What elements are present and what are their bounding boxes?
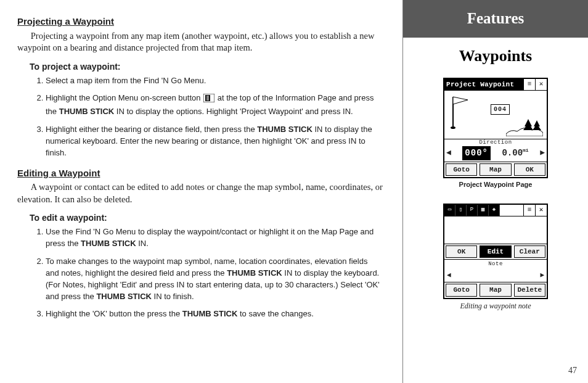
- tab-icon: ▭: [444, 205, 455, 216]
- step-text: THUMB STICK: [227, 268, 282, 278]
- ok-button: OK: [446, 245, 477, 258]
- edit-waypoint-screenshot: ▭ ▯ P ▦ ◈ ≡ ✕ OK Edit Clear Note ◀ ▶: [443, 204, 548, 299]
- step-text: THUMB STICK: [96, 292, 152, 301]
- list-item: Use the Find 'N Go Menu to display the w…: [46, 226, 383, 250]
- step-text: Highlight either the bearing or distance…: [46, 125, 257, 134]
- distance-value: 0.00mi: [502, 147, 528, 160]
- howto-heading: To project a waypoint:: [30, 60, 388, 73]
- step-text: IN to finish.: [152, 292, 194, 301]
- options-menu-icon: ≡: [523, 205, 535, 216]
- list-item: Highlight the 'OK' button the press the …: [46, 308, 383, 320]
- steps-list: Select a map item from the Find 'N Go Me…: [32, 75, 383, 159]
- sidebar-title: Waypoints: [412, 44, 579, 68]
- options-menu-icon: ≡: [523, 79, 535, 90]
- tab-icon: P: [467, 205, 478, 216]
- close-icon: ✕: [535, 79, 547, 90]
- edit-button: Edit: [480, 245, 511, 258]
- svg-point-7: [451, 126, 455, 129]
- ok-button: OK: [514, 163, 545, 176]
- waypoint-number: 004: [491, 104, 510, 115]
- map-button: Map: [480, 284, 511, 297]
- close-icon: ✕: [535, 205, 547, 216]
- list-item: Select a map item from the Find 'N Go Me…: [46, 75, 383, 87]
- trees-icon: [506, 115, 543, 136]
- bearing-value: 000°: [462, 146, 491, 160]
- step-text: to save the changes.: [237, 309, 314, 318]
- tab-icon: ▦: [478, 205, 489, 216]
- direction-label: Direction: [444, 139, 547, 146]
- flag-icon: [449, 94, 474, 131]
- map-button: Map: [480, 163, 511, 176]
- project-waypoint-screenshot: Project Waypoint ≡ ✕ 004 Direction: [443, 78, 548, 179]
- arrow-right-icon: ▶: [540, 147, 545, 159]
- main-content: Projecting a Waypoint Projecting a waypo…: [0, 0, 403, 383]
- note-label: Note: [444, 260, 547, 270]
- tab-icon: ◈: [489, 205, 500, 216]
- step-text: THUMB STICK: [81, 239, 136, 248]
- sidebar: Features Waypoints Project Waypoint ≡ ✕ …: [403, 0, 588, 383]
- step-text: THUMB STICK: [257, 125, 312, 134]
- steps-list: Use the Find 'N Go Menu to display the w…: [32, 226, 383, 320]
- list-item: Highlight either the bearing or distance…: [46, 124, 383, 159]
- arrow-left-icon: ◀: [447, 270, 451, 281]
- screenshot-caption: Editing a waypoint note: [412, 300, 579, 311]
- step-text: THUMB STICK: [182, 309, 238, 318]
- arrow-right-icon: ▶: [540, 270, 544, 281]
- delete-button: Delete: [514, 284, 545, 297]
- page-number: 47: [568, 364, 577, 377]
- step-text: IN.: [136, 239, 149, 248]
- clear-button: Clear: [514, 245, 545, 258]
- window-title: Project Waypoint: [444, 79, 523, 90]
- step-text: THUMB STICK: [59, 107, 115, 116]
- option-menu-icon: [203, 94, 214, 106]
- goto-button: Goto: [446, 284, 477, 297]
- features-banner: Features: [403, 0, 588, 38]
- step-text: IN to display the options. Highlight 'Pr…: [114, 107, 353, 116]
- step-text: Highlight the Option Menu on-screen butt…: [46, 93, 203, 102]
- tab-icon: ▯: [455, 205, 467, 216]
- section-heading: Projecting a Waypoint: [17, 15, 388, 29]
- section-heading: Editing a Waypoint: [17, 167, 388, 181]
- list-item: To make changes to the waypoint map symb…: [46, 256, 383, 302]
- body-paragraph: Projecting a waypoint from any map item …: [17, 30, 388, 54]
- step-text: Highlight the 'OK' button the press the: [46, 309, 182, 318]
- body-paragraph: A waypoint or contact can be edited to a…: [17, 181, 388, 205]
- arrow-left-icon: ◀: [446, 147, 451, 159]
- goto-button: Goto: [446, 163, 477, 176]
- howto-heading: To edit a waypoint:: [30, 212, 388, 224]
- screenshot-caption: Project Waypoint Page: [412, 179, 579, 190]
- list-item: Highlight the Option Menu on-screen butt…: [46, 93, 383, 118]
